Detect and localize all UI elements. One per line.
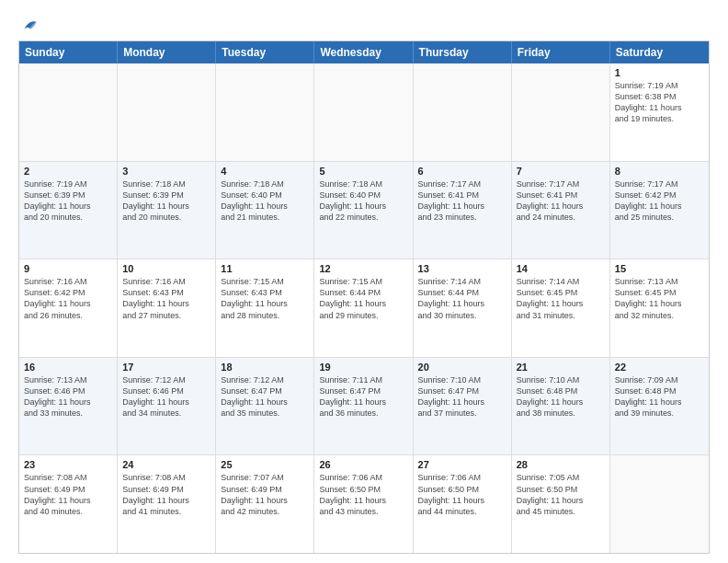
day-info: Sunrise: 7:08 AM Sunset: 6:49 PM Dayligh… (24, 472, 112, 517)
day-info: Sunrise: 7:16 AM Sunset: 6:42 PM Dayligh… (24, 276, 112, 321)
day-number: 8 (615, 166, 704, 177)
calendar-row-4: 23Sunrise: 7:08 AM Sunset: 6:49 PM Dayli… (19, 454, 709, 553)
day-info: Sunrise: 7:19 AM Sunset: 6:38 PM Dayligh… (615, 80, 704, 125)
day-info: Sunrise: 7:17 AM Sunset: 6:41 PM Dayligh… (418, 178, 506, 224)
day-number: 28 (517, 459, 605, 470)
day-cell-empty (216, 63, 314, 161)
day-number: 2 (24, 166, 112, 177)
day-number: 20 (418, 362, 506, 373)
day-cell-6: 6Sunrise: 7:17 AM Sunset: 6:41 PM Daylig… (414, 162, 512, 259)
day-info: Sunrise: 7:09 AM Sunset: 6:48 PM Dayligh… (615, 374, 704, 419)
day-number: 1 (615, 67, 704, 78)
day-info: Sunrise: 7:14 AM Sunset: 6:45 PM Dayligh… (517, 276, 605, 321)
day-info: Sunrise: 7:05 AM Sunset: 6:50 PM Dayligh… (517, 472, 605, 517)
day-info: Sunrise: 7:14 AM Sunset: 6:44 PM Dayligh… (418, 276, 506, 321)
day-number: 16 (24, 362, 112, 373)
calendar-body: 1Sunrise: 7:19 AM Sunset: 6:38 PM Daylig… (19, 63, 709, 553)
day-number: 22 (615, 362, 704, 373)
day-number: 23 (24, 459, 112, 470)
day-info: Sunrise: 7:06 AM Sunset: 6:50 PM Dayligh… (418, 472, 506, 517)
day-cell-27: 27Sunrise: 7:06 AM Sunset: 6:50 PM Dayli… (414, 455, 512, 553)
header-cell-monday: Monday (118, 41, 216, 63)
day-cell-4: 4Sunrise: 7:18 AM Sunset: 6:40 PM Daylig… (216, 162, 314, 259)
day-number: 27 (418, 459, 506, 470)
day-number: 5 (319, 166, 407, 177)
day-info: Sunrise: 7:18 AM Sunset: 6:40 PM Dayligh… (221, 178, 309, 224)
day-cell-5: 5Sunrise: 7:18 AM Sunset: 6:40 PM Daylig… (314, 162, 413, 259)
day-number: 15 (615, 263, 704, 274)
day-cell-empty (19, 63, 118, 161)
day-info: Sunrise: 7:13 AM Sunset: 6:46 PM Dayligh… (24, 374, 112, 419)
day-number: 11 (221, 263, 309, 274)
day-cell-19: 19Sunrise: 7:11 AM Sunset: 6:47 PM Dayli… (314, 358, 413, 455)
day-cell-10: 10Sunrise: 7:16 AM Sunset: 6:43 PM Dayli… (118, 259, 216, 357)
calendar: SundayMondayTuesdayWednesdayThursdayFrid… (18, 40, 710, 554)
day-cell-12: 12Sunrise: 7:15 AM Sunset: 6:44 PM Dayli… (314, 259, 413, 357)
day-cell-25: 25Sunrise: 7:07 AM Sunset: 6:49 PM Dayli… (216, 455, 314, 553)
day-number: 24 (122, 459, 210, 470)
day-number: 3 (122, 166, 210, 177)
day-cell-18: 18Sunrise: 7:12 AM Sunset: 6:47 PM Dayli… (216, 358, 314, 455)
day-number: 4 (221, 166, 309, 177)
day-cell-17: 17Sunrise: 7:12 AM Sunset: 6:46 PM Dayli… (118, 358, 216, 455)
day-number: 25 (221, 459, 309, 470)
day-number: 26 (319, 459, 407, 470)
header-cell-wednesday: Wednesday (314, 41, 413, 63)
day-cell-11: 11Sunrise: 7:15 AM Sunset: 6:43 PM Dayli… (216, 259, 314, 357)
day-cell-16: 16Sunrise: 7:13 AM Sunset: 6:46 PM Dayli… (19, 358, 118, 455)
calendar-row-1: 2Sunrise: 7:19 AM Sunset: 6:39 PM Daylig… (19, 161, 709, 259)
header (18, 15, 710, 35)
day-number: 6 (418, 166, 506, 177)
header-cell-thursday: Thursday (414, 41, 512, 63)
day-cell-7: 7Sunrise: 7:17 AM Sunset: 6:41 PM Daylig… (512, 162, 610, 259)
day-cell-13: 13Sunrise: 7:14 AM Sunset: 6:44 PM Dayli… (414, 259, 512, 357)
day-info: Sunrise: 7:17 AM Sunset: 6:42 PM Dayligh… (615, 178, 704, 224)
day-info: Sunrise: 7:12 AM Sunset: 6:46 PM Dayligh… (122, 374, 210, 419)
day-info: Sunrise: 7:19 AM Sunset: 6:39 PM Dayligh… (24, 178, 112, 224)
day-cell-9: 9Sunrise: 7:16 AM Sunset: 6:42 PM Daylig… (19, 259, 118, 357)
page: SundayMondayTuesdayWednesdayThursdayFrid… (0, 0, 728, 563)
day-cell-empty (314, 63, 413, 161)
day-info: Sunrise: 7:06 AM Sunset: 6:50 PM Dayligh… (319, 472, 407, 517)
day-info: Sunrise: 7:16 AM Sunset: 6:43 PM Dayligh… (122, 276, 210, 321)
day-info: Sunrise: 7:12 AM Sunset: 6:47 PM Dayligh… (221, 374, 309, 419)
day-cell-empty (512, 63, 610, 161)
day-cell-26: 26Sunrise: 7:06 AM Sunset: 6:50 PM Dayli… (314, 455, 413, 553)
day-info: Sunrise: 7:17 AM Sunset: 6:41 PM Dayligh… (517, 178, 605, 224)
day-cell-1: 1Sunrise: 7:19 AM Sunset: 6:38 PM Daylig… (610, 63, 709, 161)
day-number: 21 (517, 362, 605, 373)
day-number: 19 (319, 362, 407, 373)
logo (18, 15, 40, 35)
day-number: 17 (122, 362, 210, 373)
day-cell-20: 20Sunrise: 7:10 AM Sunset: 6:47 PM Dayli… (414, 358, 512, 455)
header-cell-tuesday: Tuesday (216, 41, 314, 63)
logo-bird-icon (20, 15, 40, 35)
calendar-row-0: 1Sunrise: 7:19 AM Sunset: 6:38 PM Daylig… (19, 63, 709, 161)
calendar-row-2: 9Sunrise: 7:16 AM Sunset: 6:42 PM Daylig… (19, 259, 709, 357)
day-info: Sunrise: 7:15 AM Sunset: 6:43 PM Dayligh… (221, 276, 309, 321)
calendar-header: SundayMondayTuesdayWednesdayThursdayFrid… (19, 41, 709, 63)
day-cell-24: 24Sunrise: 7:08 AM Sunset: 6:49 PM Dayli… (118, 455, 216, 553)
day-info: Sunrise: 7:18 AM Sunset: 6:39 PM Dayligh… (122, 178, 210, 224)
day-number: 10 (122, 263, 210, 274)
day-info: Sunrise: 7:18 AM Sunset: 6:40 PM Dayligh… (319, 178, 407, 224)
day-number: 14 (517, 263, 605, 274)
day-cell-23: 23Sunrise: 7:08 AM Sunset: 6:49 PM Dayli… (19, 455, 118, 553)
day-number: 12 (319, 263, 407, 274)
day-info: Sunrise: 7:10 AM Sunset: 6:48 PM Dayligh… (517, 374, 605, 419)
day-cell-22: 22Sunrise: 7:09 AM Sunset: 6:48 PM Dayli… (610, 358, 709, 455)
day-number: 13 (418, 263, 506, 274)
header-cell-saturday: Saturday (610, 41, 709, 63)
day-cell-8: 8Sunrise: 7:17 AM Sunset: 6:42 PM Daylig… (610, 162, 709, 259)
day-cell-3: 3Sunrise: 7:18 AM Sunset: 6:39 PM Daylig… (118, 162, 216, 259)
day-cell-2: 2Sunrise: 7:19 AM Sunset: 6:39 PM Daylig… (19, 162, 118, 259)
day-cell-21: 21Sunrise: 7:10 AM Sunset: 6:48 PM Dayli… (512, 358, 610, 455)
day-cell-15: 15Sunrise: 7:13 AM Sunset: 6:45 PM Dayli… (610, 259, 709, 357)
day-info: Sunrise: 7:07 AM Sunset: 6:49 PM Dayligh… (221, 472, 309, 517)
day-cell-empty (610, 455, 709, 553)
day-info: Sunrise: 7:15 AM Sunset: 6:44 PM Dayligh… (319, 276, 407, 321)
day-info: Sunrise: 7:13 AM Sunset: 6:45 PM Dayligh… (615, 276, 704, 321)
header-cell-friday: Friday (512, 41, 610, 63)
header-cell-sunday: Sunday (19, 41, 118, 63)
day-number: 18 (221, 362, 309, 373)
